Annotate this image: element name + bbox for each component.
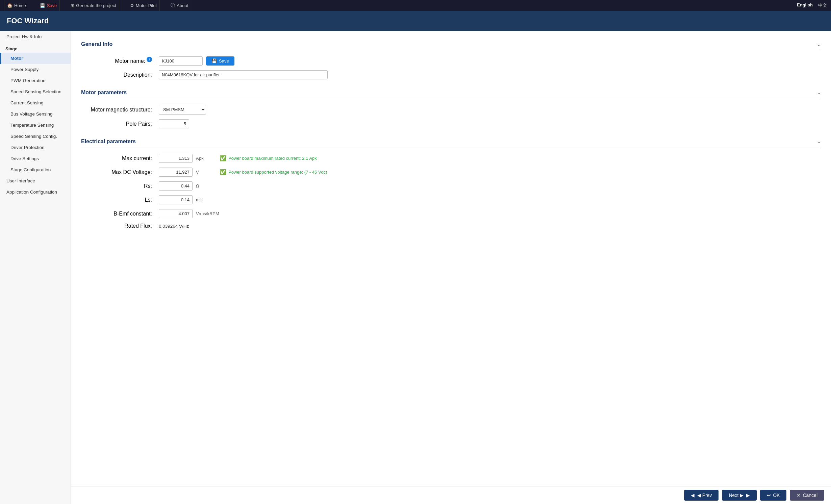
max-current-input[interactable] bbox=[159, 154, 193, 163]
pole-pairs-row: Pole Pairs: bbox=[81, 119, 821, 128]
app-title: FOC Wizard bbox=[7, 17, 49, 25]
ok-button[interactable]: ↩ OK bbox=[760, 490, 786, 501]
max-current-label-group: Max current: bbox=[81, 155, 155, 161]
about-icon: ⓘ bbox=[171, 2, 175, 8]
rs-input[interactable] bbox=[159, 181, 193, 191]
sidebar-item-project-hw[interactable]: Project Hw & Info bbox=[0, 31, 71, 42]
ls-label-group: Ls: bbox=[81, 197, 155, 203]
nav-about[interactable]: ⓘ About bbox=[168, 0, 191, 11]
sidebar-group-stage: Stage bbox=[0, 42, 71, 53]
bemf-label-group: B-Emf constant: bbox=[81, 211, 155, 217]
magnetic-structure-row: Motor magnetic structure: SM-PMSM IPM bbox=[81, 105, 821, 115]
language-group: English 中文 bbox=[797, 2, 827, 8]
electrical-parameters-section: Electrical parameters ⌄ Max current: Apk… bbox=[81, 135, 821, 229]
rs-label-group: Rs: bbox=[81, 183, 155, 189]
nav-generate[interactable]: ⊞ Generate the project bbox=[68, 0, 119, 11]
description-row: Description: bbox=[81, 70, 821, 79]
max-current-row: Max current: Apk ✅ Power board maximum r… bbox=[81, 154, 821, 163]
cancel-icon: ✕ bbox=[797, 493, 801, 498]
bemf-input[interactable] bbox=[159, 209, 193, 218]
nav-motor-pilot[interactable]: ⚙ Motor Pilot bbox=[127, 0, 160, 11]
save-icon: 💾 bbox=[40, 3, 45, 8]
max-current-hint: ✅ Power board maximum rated current: 2.1… bbox=[220, 155, 317, 161]
sidebar-item-temperature-sensing[interactable]: Temperature Sensing bbox=[0, 120, 71, 131]
motor-name-info-badge: i bbox=[147, 57, 152, 62]
lang-chinese[interactable]: 中文 bbox=[818, 2, 827, 8]
magnetic-structure-label-group: Motor magnetic structure: bbox=[81, 107, 155, 113]
prev-button[interactable]: ◀ ◀ Prev bbox=[684, 490, 719, 501]
motor-name-row: Motor name: i 💾 Save bbox=[81, 56, 821, 66]
next-button[interactable]: Next ▶ ▶ bbox=[722, 490, 757, 501]
sidebar-item-application-config[interactable]: Application Configuration bbox=[0, 186, 71, 198]
sidebar-item-drive-settings[interactable]: Drive Settings bbox=[0, 153, 71, 164]
magnetic-structure-label: Motor magnetic structure: bbox=[91, 107, 152, 113]
bottom-toolbar: ◀ ◀ Prev Next ▶ ▶ ↩ OK ✕ Cancel bbox=[71, 486, 831, 504]
sidebar-item-current-sensing[interactable]: Current Sensing bbox=[0, 97, 71, 108]
motor-name-label: Motor name: bbox=[115, 58, 145, 64]
app-header: FOC Wizard bbox=[0, 11, 831, 31]
max-dc-voltage-check-icon: ✅ bbox=[220, 169, 226, 175]
ok-icon: ↩ bbox=[767, 493, 771, 498]
motor-name-label-group: Motor name: i bbox=[81, 57, 155, 66]
max-current-unit: Apk bbox=[196, 156, 216, 161]
sidebar-item-pwm-generation[interactable]: PWM Generation bbox=[0, 75, 71, 86]
pole-pairs-input[interactable] bbox=[159, 119, 189, 128]
sidebar-item-bus-voltage-sensing[interactable]: Bus Voltage Sensing bbox=[0, 108, 71, 120]
max-dc-voltage-input[interactable] bbox=[159, 168, 193, 177]
electrical-parameters-header[interactable]: Electrical parameters ⌄ bbox=[81, 135, 821, 148]
description-label-group: Description: bbox=[81, 72, 155, 78]
magnetic-structure-select[interactable]: SM-PMSM IPM bbox=[159, 105, 206, 115]
motor-parameters-section: Motor parameters ⌄ Motor magnetic struct… bbox=[81, 86, 821, 128]
description-input[interactable] bbox=[159, 70, 328, 79]
max-current-check-icon: ✅ bbox=[220, 155, 226, 161]
sidebar: Project Hw & Info Stage Motor Power Supp… bbox=[0, 31, 71, 504]
sidebar-item-speed-sensing-config[interactable]: Speed Sensing Config. bbox=[0, 131, 71, 142]
prev-icon: ◀ bbox=[691, 493, 695, 498]
ls-unit: mH bbox=[196, 197, 216, 202]
nav-save[interactable]: 💾 Save bbox=[37, 0, 60, 11]
sidebar-item-motor[interactable]: Motor bbox=[0, 53, 71, 64]
motor-parameters-chevron: ⌄ bbox=[817, 90, 821, 95]
general-info-title: General Info bbox=[81, 41, 112, 47]
max-current-label: Max current: bbox=[122, 155, 152, 161]
nav-home[interactable]: 🏠 Home bbox=[4, 0, 29, 11]
max-dc-voltage-label: Max DC Voltage: bbox=[111, 169, 152, 175]
pole-pairs-label-group: Pole Pairs: bbox=[81, 121, 155, 127]
general-info-header[interactable]: General Info ⌄ bbox=[81, 38, 821, 51]
cancel-button[interactable]: ✕ Cancel bbox=[790, 490, 824, 501]
bemf-row: B-Emf constant: Vrms/kRPM bbox=[81, 209, 821, 218]
max-dc-voltage-hint: ✅ Power board supported voltage range: (… bbox=[220, 169, 327, 175]
main-layout: Project Hw & Info Stage Motor Power Supp… bbox=[0, 31, 831, 504]
rated-flux-label: Rated Flux: bbox=[124, 223, 152, 229]
motor-pilot-icon: ⚙ bbox=[130, 3, 134, 8]
max-dc-voltage-label-group: Max DC Voltage: bbox=[81, 169, 155, 175]
pole-pairs-label: Pole Pairs: bbox=[126, 121, 152, 127]
content-area: General Info ⌄ Motor name: i 💾 Save Desc… bbox=[71, 31, 831, 504]
electrical-parameters-chevron: ⌄ bbox=[817, 139, 821, 144]
motor-parameters-header[interactable]: Motor parameters ⌄ bbox=[81, 86, 821, 99]
sidebar-item-user-interface[interactable]: User Interface bbox=[0, 175, 71, 186]
general-info-section: General Info ⌄ Motor name: i 💾 Save Desc… bbox=[81, 38, 821, 79]
home-icon: 🏠 bbox=[7, 3, 12, 8]
bemf-label: B-Emf constant: bbox=[114, 211, 152, 217]
description-label: Description: bbox=[124, 72, 152, 78]
max-dc-voltage-unit: V bbox=[196, 170, 216, 175]
lang-english[interactable]: English bbox=[797, 2, 813, 8]
sidebar-item-speed-sensing-selection[interactable]: Speed Sensing Selection bbox=[0, 86, 71, 97]
sidebar-item-driver-protection[interactable]: Driver Protection bbox=[0, 142, 71, 153]
motor-name-save-button[interactable]: 💾 Save bbox=[206, 56, 234, 66]
sidebar-item-stage-configuration[interactable]: Stage Configuration bbox=[0, 164, 71, 175]
ls-label: Ls: bbox=[145, 197, 152, 203]
rated-flux-row: Rated Flux: 0.039264 V/Hz bbox=[81, 223, 821, 229]
rs-unit: Ω bbox=[196, 183, 216, 188]
rs-label: Rs: bbox=[144, 183, 152, 189]
rated-flux-label-group: Rated Flux: bbox=[81, 223, 155, 229]
generate-icon: ⊞ bbox=[71, 3, 74, 8]
top-nav: 🏠 Home 💾 Save ⊞ Generate the project ⚙ M… bbox=[0, 0, 831, 11]
ls-input[interactable] bbox=[159, 195, 193, 204]
motor-name-input[interactable] bbox=[159, 56, 203, 66]
motor-parameters-title: Motor parameters bbox=[81, 90, 127, 96]
bemf-unit: Vrms/kRPM bbox=[196, 211, 219, 216]
sidebar-item-power-supply[interactable]: Power Supply bbox=[0, 64, 71, 75]
general-info-chevron: ⌄ bbox=[817, 42, 821, 47]
